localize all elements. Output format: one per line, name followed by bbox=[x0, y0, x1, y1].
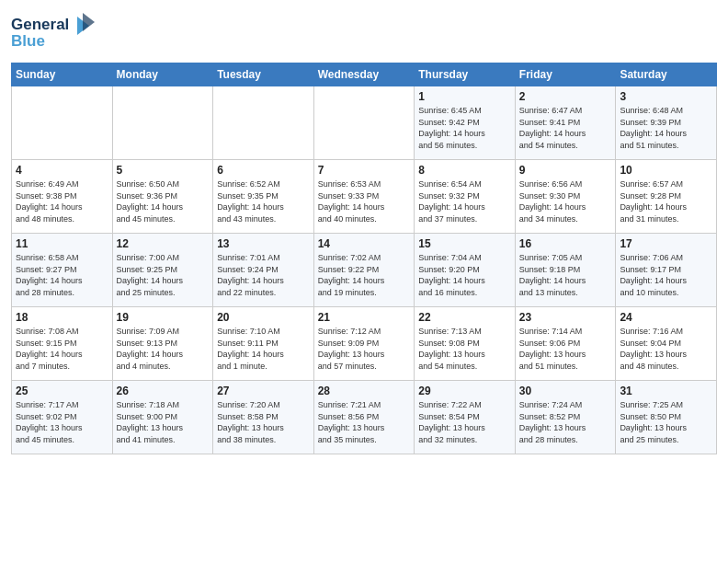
day-number: 11 bbox=[16, 237, 108, 250]
day-cell: 11Sunrise: 6:58 AM Sunset: 9:27 PM Dayli… bbox=[12, 234, 113, 307]
day-header-friday: Friday bbox=[515, 63, 616, 86]
day-cell: 21Sunrise: 7:12 AM Sunset: 9:09 PM Dayli… bbox=[313, 307, 415, 381]
day-cell: 22Sunrise: 7:13 AM Sunset: 9:08 PM Dayli… bbox=[415, 307, 516, 381]
day-header-sunday: Sunday bbox=[12, 63, 113, 86]
day-number: 25 bbox=[16, 385, 108, 397]
day-cell bbox=[112, 86, 213, 160]
week-row-1: 1Sunrise: 6:45 AM Sunset: 9:42 PM Daylig… bbox=[12, 86, 717, 160]
day-cell: 16Sunrise: 7:05 AM Sunset: 9:18 PM Dayli… bbox=[515, 234, 616, 307]
day-info: Sunrise: 7:22 AM Sunset: 8:54 PM Dayligh… bbox=[418, 399, 511, 445]
calendar-table: SundayMondayTuesdayWednesdayThursdayFrid… bbox=[11, 63, 717, 454]
day-cell: 12Sunrise: 7:00 AM Sunset: 9:25 PM Dayli… bbox=[112, 234, 213, 307]
day-cell: 18Sunrise: 7:08 AM Sunset: 9:15 PM Dayli… bbox=[12, 307, 113, 381]
day-info: Sunrise: 7:21 AM Sunset: 8:56 PM Dayligh… bbox=[318, 399, 411, 445]
day-number: 6 bbox=[217, 164, 310, 177]
svg-text:General: General bbox=[11, 16, 69, 33]
day-cell: 31Sunrise: 7:25 AM Sunset: 8:50 PM Dayli… bbox=[616, 381, 717, 454]
day-cell: 19Sunrise: 7:09 AM Sunset: 9:13 PM Dayli… bbox=[112, 307, 213, 381]
day-number: 26 bbox=[117, 385, 210, 397]
day-info: Sunrise: 7:10 AM Sunset: 9:11 PM Dayligh… bbox=[217, 326, 310, 372]
header: General Blue bbox=[11, 9, 717, 57]
day-number: 14 bbox=[318, 237, 411, 250]
day-number: 16 bbox=[519, 237, 612, 250]
day-info: Sunrise: 6:58 AM Sunset: 9:27 PM Dayligh… bbox=[16, 252, 108, 298]
day-info: Sunrise: 7:09 AM Sunset: 9:13 PM Dayligh… bbox=[117, 326, 210, 372]
day-header-wednesday: Wednesday bbox=[313, 63, 415, 86]
day-cell: 25Sunrise: 7:17 AM Sunset: 9:02 PM Dayli… bbox=[12, 381, 113, 454]
day-header-monday: Monday bbox=[112, 63, 213, 86]
day-cell: 26Sunrise: 7:18 AM Sunset: 9:00 PM Dayli… bbox=[112, 381, 213, 454]
day-number: 2 bbox=[519, 90, 612, 103]
day-number: 19 bbox=[117, 311, 210, 324]
day-info: Sunrise: 6:57 AM Sunset: 9:28 PM Dayligh… bbox=[620, 178, 712, 224]
day-cell: 30Sunrise: 7:24 AM Sunset: 8:52 PM Dayli… bbox=[515, 381, 616, 454]
day-number: 29 bbox=[418, 385, 511, 397]
day-cell: 10Sunrise: 6:57 AM Sunset: 9:28 PM Dayli… bbox=[616, 160, 717, 234]
day-info: Sunrise: 7:12 AM Sunset: 9:09 PM Dayligh… bbox=[318, 326, 411, 372]
day-header-tuesday: Tuesday bbox=[213, 63, 314, 86]
day-info: Sunrise: 7:20 AM Sunset: 8:58 PM Dayligh… bbox=[217, 399, 310, 445]
day-cell: 14Sunrise: 7:02 AM Sunset: 9:22 PM Dayli… bbox=[313, 234, 415, 307]
day-info: Sunrise: 7:00 AM Sunset: 9:25 PM Dayligh… bbox=[117, 252, 210, 298]
day-cell: 6Sunrise: 6:52 AM Sunset: 9:35 PM Daylig… bbox=[213, 160, 314, 234]
day-info: Sunrise: 6:45 AM Sunset: 9:42 PM Dayligh… bbox=[418, 105, 511, 151]
day-info: Sunrise: 7:13 AM Sunset: 9:08 PM Dayligh… bbox=[418, 326, 511, 372]
day-cell: 1Sunrise: 6:45 AM Sunset: 9:42 PM Daylig… bbox=[415, 86, 516, 160]
day-info: Sunrise: 6:52 AM Sunset: 9:35 PM Dayligh… bbox=[217, 178, 310, 224]
day-number: 21 bbox=[318, 311, 411, 324]
svg-text:Blue: Blue bbox=[11, 32, 45, 50]
day-cell: 15Sunrise: 7:04 AM Sunset: 9:20 PM Dayli… bbox=[415, 234, 516, 307]
day-number: 28 bbox=[318, 385, 411, 397]
day-cell: 23Sunrise: 7:14 AM Sunset: 9:06 PM Dayli… bbox=[515, 307, 616, 381]
day-info: Sunrise: 7:08 AM Sunset: 9:15 PM Dayligh… bbox=[16, 326, 108, 372]
day-info: Sunrise: 7:14 AM Sunset: 9:06 PM Dayligh… bbox=[519, 326, 612, 372]
logo-svg: General Blue bbox=[11, 9, 103, 53]
day-cell bbox=[313, 86, 415, 160]
day-number: 15 bbox=[418, 237, 511, 250]
day-number: 10 bbox=[620, 164, 712, 177]
day-info: Sunrise: 7:25 AM Sunset: 8:50 PM Dayligh… bbox=[620, 399, 712, 445]
day-info: Sunrise: 6:54 AM Sunset: 9:32 PM Dayligh… bbox=[418, 178, 511, 224]
day-number: 18 bbox=[16, 311, 108, 324]
day-number: 20 bbox=[217, 311, 310, 324]
week-row-5: 25Sunrise: 7:17 AM Sunset: 9:02 PM Dayli… bbox=[12, 381, 717, 454]
day-number: 3 bbox=[620, 90, 712, 103]
logo: General Blue bbox=[11, 9, 103, 57]
day-info: Sunrise: 7:02 AM Sunset: 9:22 PM Dayligh… bbox=[318, 252, 411, 298]
day-number: 30 bbox=[519, 385, 612, 397]
day-cell: 27Sunrise: 7:20 AM Sunset: 8:58 PM Dayli… bbox=[213, 381, 314, 454]
svg-marker-3 bbox=[83, 13, 95, 31]
day-cell: 3Sunrise: 6:48 AM Sunset: 9:39 PM Daylig… bbox=[616, 86, 717, 160]
day-cell: 20Sunrise: 7:10 AM Sunset: 9:11 PM Dayli… bbox=[213, 307, 314, 381]
day-number: 1 bbox=[418, 90, 511, 103]
day-info: Sunrise: 7:16 AM Sunset: 9:04 PM Dayligh… bbox=[620, 326, 712, 372]
day-number: 23 bbox=[519, 311, 612, 324]
day-info: Sunrise: 6:47 AM Sunset: 9:41 PM Dayligh… bbox=[519, 105, 612, 151]
day-info: Sunrise: 7:24 AM Sunset: 8:52 PM Dayligh… bbox=[519, 399, 612, 445]
day-info: Sunrise: 7:01 AM Sunset: 9:24 PM Dayligh… bbox=[217, 252, 310, 298]
day-info: Sunrise: 6:56 AM Sunset: 9:30 PM Dayligh… bbox=[519, 178, 612, 224]
day-info: Sunrise: 6:49 AM Sunset: 9:38 PM Dayligh… bbox=[16, 178, 108, 224]
day-number: 4 bbox=[16, 164, 108, 177]
day-cell: 7Sunrise: 6:53 AM Sunset: 9:33 PM Daylig… bbox=[313, 160, 415, 234]
day-cell: 17Sunrise: 7:06 AM Sunset: 9:17 PM Dayli… bbox=[616, 234, 717, 307]
day-cell: 4Sunrise: 6:49 AM Sunset: 9:38 PM Daylig… bbox=[12, 160, 113, 234]
week-row-3: 11Sunrise: 6:58 AM Sunset: 9:27 PM Dayli… bbox=[12, 234, 717, 307]
day-info: Sunrise: 7:17 AM Sunset: 9:02 PM Dayligh… bbox=[16, 399, 108, 445]
day-number: 5 bbox=[117, 164, 210, 177]
day-number: 22 bbox=[418, 311, 511, 324]
day-info: Sunrise: 6:50 AM Sunset: 9:36 PM Dayligh… bbox=[117, 178, 210, 224]
day-info: Sunrise: 6:48 AM Sunset: 9:39 PM Dayligh… bbox=[620, 105, 712, 151]
day-cell: 9Sunrise: 6:56 AM Sunset: 9:30 PM Daylig… bbox=[515, 160, 616, 234]
day-number: 7 bbox=[318, 164, 411, 177]
day-info: Sunrise: 7:18 AM Sunset: 9:00 PM Dayligh… bbox=[117, 399, 210, 445]
day-number: 27 bbox=[217, 385, 310, 397]
day-cell: 13Sunrise: 7:01 AM Sunset: 9:24 PM Dayli… bbox=[213, 234, 314, 307]
day-number: 24 bbox=[620, 311, 712, 324]
day-cell: 29Sunrise: 7:22 AM Sunset: 8:54 PM Dayli… bbox=[415, 381, 516, 454]
day-info: Sunrise: 7:04 AM Sunset: 9:20 PM Dayligh… bbox=[418, 252, 511, 298]
day-cell: 8Sunrise: 6:54 AM Sunset: 9:32 PM Daylig… bbox=[415, 160, 516, 234]
day-number: 12 bbox=[117, 237, 210, 250]
week-row-4: 18Sunrise: 7:08 AM Sunset: 9:15 PM Dayli… bbox=[12, 307, 717, 381]
day-cell: 28Sunrise: 7:21 AM Sunset: 8:56 PM Dayli… bbox=[313, 381, 415, 454]
